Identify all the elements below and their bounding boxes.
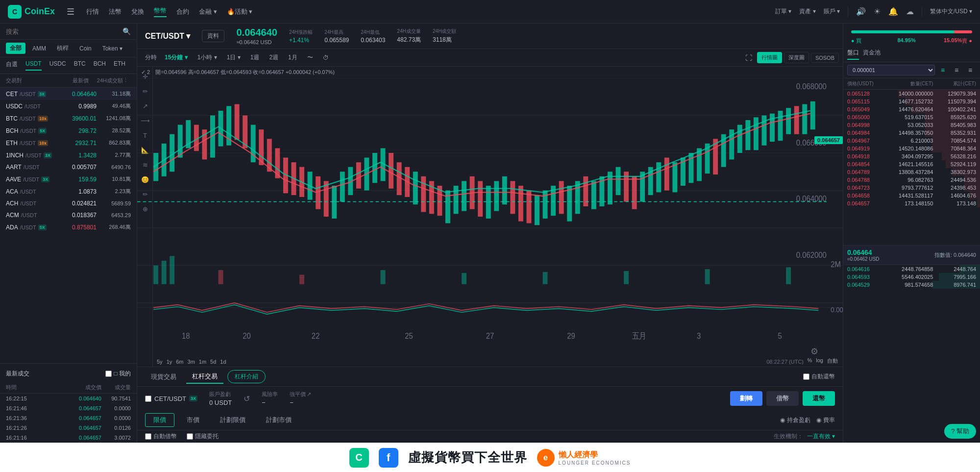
pnl-icon[interactable]: ↺ xyxy=(244,394,250,403)
pair-item-btc[interactable]: BTC /USDT 10x 39600.01 1241.08萬 xyxy=(0,112,137,124)
auto-repay-checkbox[interactable] xyxy=(803,373,809,380)
ob-tab-pool[interactable]: 資金池 xyxy=(863,49,881,60)
ob-row[interactable]: 0.064789 13808.437284 38302.973 xyxy=(843,168,980,176)
ob-row[interactable]: 0.065049 14476.620464 100402.241 xyxy=(843,105,980,113)
precision-select[interactable]: 0.000001 xyxy=(847,65,935,75)
chart-type-depth[interactable]: 深度圖 xyxy=(784,52,809,63)
volume-icon[interactable]: 🔊 xyxy=(856,7,866,16)
nav-finance[interactable]: 金融 ▾ xyxy=(199,7,217,16)
tab-btc[interactable]: BTC xyxy=(74,60,86,71)
ob-row[interactable]: 0.065115 14677.152732 115079.394 xyxy=(843,98,980,105)
tab-favorites[interactable]: 自選 xyxy=(6,60,18,71)
pct-btn[interactable]: % xyxy=(808,357,812,365)
repay-btn[interactable]: 還幣 xyxy=(803,391,835,406)
log-btn[interactable]: log xyxy=(816,357,823,365)
nav-futures[interactable]: 合約 xyxy=(176,7,189,16)
time-1h[interactable]: 1小時 ▾ xyxy=(196,52,219,63)
ob-row[interactable]: 0.065000 519.637015 85925.620 xyxy=(843,113,980,121)
filter-coin[interactable]: Coin xyxy=(75,44,96,53)
tab-margin[interactable]: 杠杆交易 xyxy=(186,370,223,384)
tab-spot[interactable]: 現貨交易 xyxy=(145,371,182,383)
nav-market[interactable]: 行情 xyxy=(86,7,99,16)
time-1d[interactable]: 1日 ▾ xyxy=(225,52,243,63)
notification-icon[interactable]: 🔔 xyxy=(888,7,898,16)
time-custom[interactable]: 〜 xyxy=(305,52,315,63)
pair-item-aart[interactable]: AART /USDT 0.005707 6490.76 xyxy=(0,161,137,173)
ob-row[interactable]: 0.064788 96.082763 24494.536 xyxy=(843,176,980,184)
chart-type-sosob[interactable]: SOSOB xyxy=(811,53,839,63)
nav-assets[interactable]: 資產 ▾ xyxy=(799,7,815,16)
order-plan-market[interactable]: 計劃市價 xyxy=(258,413,300,427)
auto-borrow-label[interactable]: 自動借幣 xyxy=(145,432,177,441)
time-2w[interactable]: 2週 xyxy=(267,52,280,63)
my-trades-checkbox[interactable]: □ 我的 xyxy=(105,370,131,378)
period-1y[interactable]: 1y xyxy=(167,359,172,365)
period-6m[interactable]: 6m xyxy=(176,359,183,365)
pair-item-bch[interactable]: BCH /USDT 5X 298.72 28.52萬 xyxy=(0,124,137,137)
borrow-btn[interactable]: 借幣 xyxy=(766,391,799,406)
pair-item-acm[interactable]: ACM /USDT 0.018367 6453.29 xyxy=(0,209,137,221)
order-limit[interactable]: 限價 xyxy=(145,413,174,427)
ob-row[interactable]: 0.064593 5546.402025 7995.166 xyxy=(843,273,980,281)
nav-spot[interactable]: 幣幣 xyxy=(154,6,167,17)
nav-activity[interactable]: 🔥活動 ▾ xyxy=(227,7,253,16)
pair-item-cet[interactable]: CET /USDT 3X 0.064640 31.18萬 xyxy=(0,88,137,100)
period-5y[interactable]: 5y xyxy=(157,359,163,365)
ob-row[interactable]: 0.064919 14520.148086 70848.364 xyxy=(843,145,980,152)
ob-row[interactable]: 0.065128 14000.000000 129079.394 xyxy=(843,90,980,98)
trading-pair-selector[interactable]: CET/USDT 3X xyxy=(145,395,197,402)
tab-usdc[interactable]: USDC xyxy=(49,60,66,71)
nav-orders[interactable]: 訂單 ▾ xyxy=(775,7,791,16)
period-1d[interactable]: 1d xyxy=(220,359,226,365)
ob-view-both[interactable]: ≡ xyxy=(937,64,949,76)
hamburger-icon[interactable]: ☰ xyxy=(67,6,74,17)
time-1mo[interactable]: 1月 xyxy=(286,52,299,63)
settings-icon[interactable]: ⚙ xyxy=(810,346,818,357)
pair-item-ada[interactable]: ADA /USDT 5X 0.875801 268.46萬 xyxy=(0,221,137,233)
auto-btn[interactable]: 自動 xyxy=(827,357,838,365)
period-5d[interactable]: 5d xyxy=(210,359,216,365)
cloud-icon[interactable]: ☁ xyxy=(906,7,914,16)
filter-token[interactable]: Token ▾ xyxy=(98,44,126,53)
ob-view-buy[interactable]: ≡ xyxy=(964,64,976,76)
data-button[interactable]: 資料 xyxy=(202,30,224,42)
nav-exchange[interactable]: 兌換 xyxy=(131,7,144,16)
order-market[interactable]: 市價 xyxy=(178,413,208,427)
ob-row[interactable]: 0.064616 2448.764858 2448.764 xyxy=(843,265,980,273)
tab-eth[interactable]: ETH xyxy=(114,60,125,71)
nav-account[interactable]: 賬戶 ▾ xyxy=(824,7,840,16)
tab-intro[interactable]: 杠杆介紹 xyxy=(227,370,266,383)
ob-row[interactable]: 0.064723 9793.777612 24398.453 xyxy=(843,184,980,192)
period-3m[interactable]: 3m xyxy=(188,359,195,365)
period-1m[interactable]: 1m xyxy=(199,359,206,365)
filter-amm[interactable]: AMM xyxy=(28,44,50,53)
pair-item-aave[interactable]: AAVE /USDT 3X 159.59 10.81萬 xyxy=(0,173,137,185)
nav-fiat[interactable]: 法幣 xyxy=(109,7,122,16)
chart-type-candle[interactable]: 行情圖 xyxy=(757,52,782,63)
ob-row[interactable]: 0.064918 3404.097295 56328.216 xyxy=(843,152,980,160)
order-plan-limit[interactable]: 計劃限價 xyxy=(212,413,254,427)
hold-pos-label[interactable]: ◉ 持倉盈虧 xyxy=(780,416,810,424)
pair-item-1inch[interactable]: 1INCH /USDT 3X 1.3428 2.77萬 xyxy=(0,149,137,161)
ob-tab-orderbook[interactable]: 盤口 xyxy=(847,49,859,60)
time-clock[interactable]: ⏱ xyxy=(321,53,331,62)
validity-select[interactable]: 一直有效 ▾ xyxy=(807,432,835,441)
search-input[interactable] xyxy=(6,28,119,35)
pair-item-eth[interactable]: ETH /USDT 10x 2932.71 862.83萬 xyxy=(0,137,137,149)
ob-row[interactable]: 0.064658 14431.528117 14604.676 xyxy=(843,192,980,199)
language-button[interactable]: 繁体中文/USD ▾ xyxy=(930,7,972,16)
chart-pair-title[interactable]: CET/USDT ▾ xyxy=(145,31,190,41)
adjust-btn[interactable]: 劃轉 xyxy=(730,391,762,406)
ob-row[interactable]: 0.064854 14621.145516 52924.119 xyxy=(843,160,980,168)
tab-usdt[interactable]: USDT xyxy=(25,60,42,71)
time-1w[interactable]: 1週 xyxy=(248,52,262,63)
help-button[interactable]: ? 幫助 xyxy=(944,424,976,439)
ob-row[interactable]: 0.064657 173.148150 173.148 xyxy=(843,199,980,207)
pair-item-aca[interactable]: ACA /USDT 1.0873 2.23萬 xyxy=(0,185,137,198)
filter-leverage[interactable]: 槓桿 xyxy=(53,43,73,54)
tab-bch[interactable]: BCH xyxy=(94,60,106,71)
ob-row[interactable]: 0.064967 6.210003 70854.574 xyxy=(843,137,980,145)
brightness-icon[interactable]: ☀ xyxy=(874,7,881,16)
fullscreen-btn[interactable]: ⛶ xyxy=(742,53,755,63)
fee-rate-label[interactable]: ◉ 費率 xyxy=(816,416,835,424)
